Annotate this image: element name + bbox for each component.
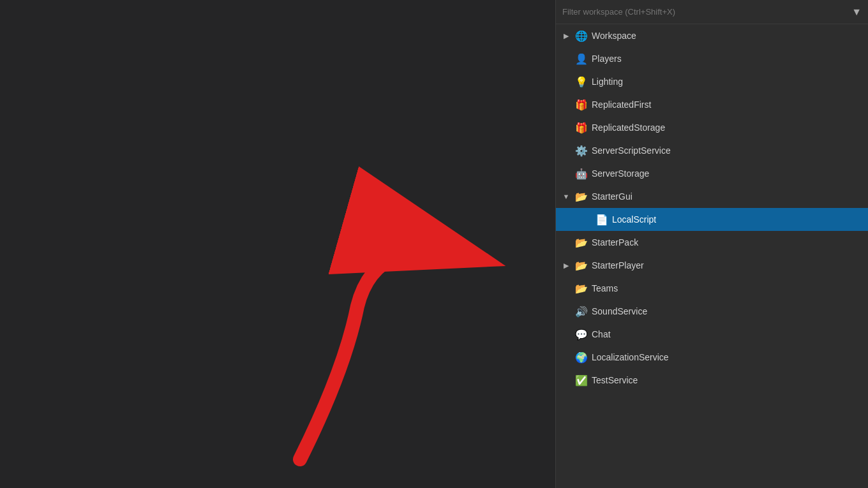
label-serverscriptservice: ServerScriptService <box>592 145 671 156</box>
label-chat: Chat <box>592 329 611 339</box>
red-arrow <box>0 0 555 488</box>
filter-bar: ▼ <box>556 0 868 24</box>
icon-starterpack: 📂 <box>574 235 589 250</box>
icon-chat: 💬 <box>574 327 589 342</box>
expander-starterplayer[interactable] <box>561 260 571 270</box>
tree-item-players[interactable]: 👤Players <box>556 47 868 70</box>
tree-item-replicatedstorage[interactable]: 🎁ReplicatedStorage <box>556 116 868 139</box>
tree-item-chat[interactable]: 💬Chat <box>556 323 868 346</box>
expander-workspace[interactable] <box>561 31 571 41</box>
icon-localscript: 📄 <box>594 212 610 227</box>
icon-startergui: 📂 <box>574 189 589 204</box>
label-testservice: TestService <box>592 375 638 385</box>
icon-starterplayer: 📂 <box>574 258 589 273</box>
label-localizationservice: LocalizationService <box>592 352 669 362</box>
tree-item-startergui[interactable]: 📂StarterGui <box>556 185 868 208</box>
tree-item-lighting[interactable]: 💡Lighting <box>556 70 868 93</box>
label-localscript: LocalScript <box>612 214 656 225</box>
expander-startergui[interactable] <box>561 191 571 202</box>
main-viewport <box>0 0 555 488</box>
tree-item-starterpack[interactable]: 📂StarterPack <box>556 231 868 254</box>
label-lighting: Lighting <box>592 77 623 87</box>
tree-item-starterplayer[interactable]: 📂StarterPlayer <box>556 254 868 277</box>
icon-localizationservice: 🌍 <box>574 350 589 365</box>
icon-players: 👤 <box>574 51 589 66</box>
icon-lighting: 💡 <box>574 74 589 89</box>
tree-item-testservice[interactable]: ✅TestService <box>556 369 868 392</box>
tree-item-serverscriptservice[interactable]: ⚙️ServerScriptService <box>556 139 868 162</box>
label-workspace: Workspace <box>592 31 636 41</box>
icon-workspace: 🌐 <box>574 28 589 43</box>
label-players: Players <box>592 54 622 64</box>
icon-testservice: ✅ <box>574 373 589 388</box>
tree-item-workspace[interactable]: 🌐Workspace <box>556 24 868 47</box>
label-starterpack: StarterPack <box>592 237 638 248</box>
filter-dropdown-icon[interactable]: ▼ <box>851 6 862 18</box>
tree-item-localscript[interactable]: 📄LocalScript <box>556 208 868 231</box>
tree-list: 🌐Workspace👤Players💡Lighting🎁ReplicatedFi… <box>556 24 868 488</box>
icon-serverscriptservice: ⚙️ <box>574 143 589 158</box>
label-soundservice: SoundService <box>592 306 647 316</box>
tree-item-replicatedfirst[interactable]: 🎁ReplicatedFirst <box>556 93 868 116</box>
icon-serverstorage: 🤖 <box>574 166 589 181</box>
icon-soundservice: 🔊 <box>574 304 589 319</box>
tree-item-localizationservice[interactable]: 🌍LocalizationService <box>556 346 868 369</box>
label-startergui: StarterGui <box>592 191 632 202</box>
tree-item-teams[interactable]: 📂Teams <box>556 277 868 300</box>
label-teams: Teams <box>592 283 618 293</box>
tree-item-soundservice[interactable]: 🔊SoundService <box>556 300 868 323</box>
label-replicatedstorage: ReplicatedStorage <box>592 122 665 133</box>
label-starterplayer: StarterPlayer <box>592 260 644 270</box>
icon-teams: 📂 <box>574 281 589 296</box>
tree-item-serverstorage[interactable]: 🤖ServerStorage <box>556 162 868 185</box>
icon-replicatedstorage: 🎁 <box>574 120 589 135</box>
icon-replicatedfirst: 🎁 <box>574 97 589 112</box>
label-replicatedfirst: ReplicatedFirst <box>592 100 651 110</box>
filter-input[interactable] <box>562 7 848 17</box>
label-serverstorage: ServerStorage <box>592 168 649 179</box>
explorer-panel: ▼ 🌐Workspace👤Players💡Lighting🎁Replicated… <box>555 0 868 488</box>
